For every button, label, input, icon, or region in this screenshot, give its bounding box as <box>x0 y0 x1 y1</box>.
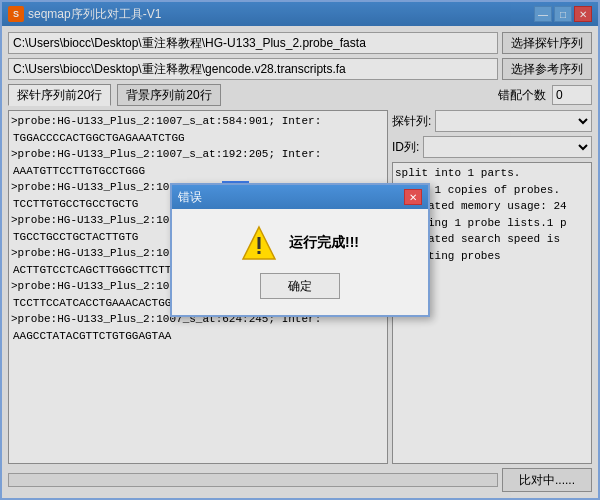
dialog-title-bar: 错误 ✕ <box>172 185 428 209</box>
dialog-message-row: 运行完成!!! <box>241 225 359 261</box>
dialog-message-text: 运行完成!!! <box>289 234 359 252</box>
dialog-overlay: 错误 ✕ 运行完成!!! 确定 <box>2 2 598 498</box>
error-dialog: 错误 ✕ 运行完成!!! 确定 <box>170 183 430 317</box>
dialog-close-button[interactable]: ✕ <box>404 189 422 205</box>
dialog-ok-button[interactable]: 确定 <box>260 273 340 299</box>
dialog-body: 运行完成!!! 确定 <box>172 209 428 315</box>
svg-rect-1 <box>258 237 261 249</box>
warning-icon <box>241 225 277 261</box>
svg-rect-2 <box>258 251 261 254</box>
dialog-title: 错误 <box>178 189 404 206</box>
main-window: S seqmap序列比对工具-V1 — □ ✕ C:\Users\biocc\D… <box>0 0 600 500</box>
